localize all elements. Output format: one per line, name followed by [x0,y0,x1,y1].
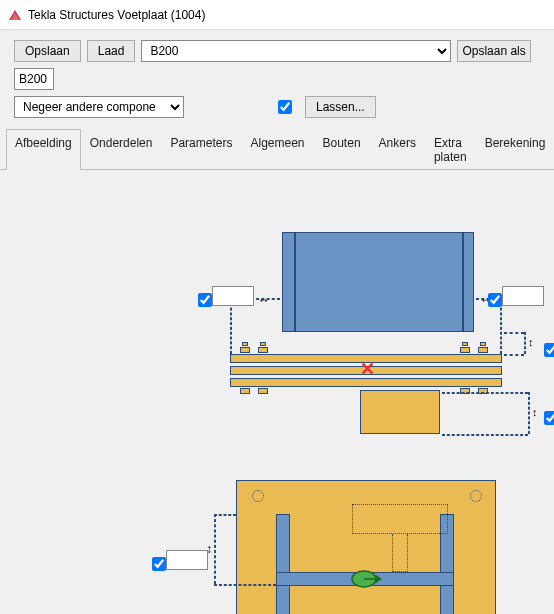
welds-checkbox[interactable] [278,100,292,114]
bolt-hole-icon [252,490,264,502]
param-check-plan[interactable] [152,557,166,571]
diagram-canvas: ✕ ↔ ↔ ↕ ↕ [0,170,554,614]
tab-ankers[interactable]: Ankers [370,129,425,170]
save-button[interactable]: Opslaan [14,40,81,62]
tab-extra-platen[interactable]: Extra platen [425,129,476,170]
param-check-right[interactable] [488,293,502,307]
anchor-bolt [258,388,268,394]
column-flange-left [276,514,290,614]
param-check-plate-thk[interactable] [544,343,554,357]
tab-algemeen[interactable]: Algemeen [241,129,313,170]
flange-line-left [294,232,296,332]
arrow-updown-icon: ↕ [206,542,212,556]
param-check-grout-h[interactable] [544,411,554,425]
save-as-button[interactable]: Opslaan als [457,40,530,62]
column-elevation [282,232,474,332]
param-input-plan[interactable] [166,550,208,570]
attribute-combo[interactable]: B200 [141,40,451,62]
x-mark-icon: ✕ [360,358,375,380]
window-title: Tekla Structures Voetplaat (1004) [28,8,205,22]
tab-bouten[interactable]: Bouten [314,129,370,170]
tab-onderdelen[interactable]: Onderdelen [81,129,162,170]
base-plate-plan [236,480,496,614]
arrow-updown-icon: ↕ [532,406,538,418]
param-input-left[interactable] [212,286,254,306]
tab-strip: Afbeelding Onderdelen Parameters Algemee… [0,128,554,170]
load-button[interactable]: Laad [87,40,136,62]
save-as-input[interactable] [14,68,54,90]
toolbar-top: Opslaan Laad B200 Opslaan als [0,30,554,94]
weld-symbol-icon [350,568,384,590]
anchor-bolt [258,347,268,353]
ignore-combo[interactable]: Negeer andere compone [14,96,184,118]
anchor-bolt-head [260,342,266,346]
grout-block [360,390,440,434]
anchor-bolt [460,347,470,353]
param-check-left[interactable] [198,293,212,307]
anchor-bolt [240,388,250,394]
title-bar: Tekla Structures Voetplaat (1004) [0,0,554,30]
flange-line-right [462,232,464,332]
tab-afbeelding[interactable]: Afbeelding [6,129,81,170]
stiffener-outline [352,504,448,534]
toolbar-second: Negeer andere compone Lassen... [0,94,554,128]
bolt-hole-icon [470,490,482,502]
anchor-bolt-head [462,342,468,346]
anchor-bolt [240,347,250,353]
anchor-bolt-head [480,342,486,346]
anchor-bolt-head [242,342,248,346]
tekla-logo-icon [8,8,22,22]
stiffener-stem [392,534,408,572]
tab-parameters[interactable]: Parameters [161,129,241,170]
anchor-bolt [478,347,488,353]
arrow-left-icon: ↔ [258,293,270,307]
tab-berekening[interactable]: Berekening [476,129,554,170]
arrow-updown-icon: ↕ [528,336,534,348]
welds-button[interactable]: Lassen... [305,96,376,118]
param-input-right[interactable] [502,286,544,306]
